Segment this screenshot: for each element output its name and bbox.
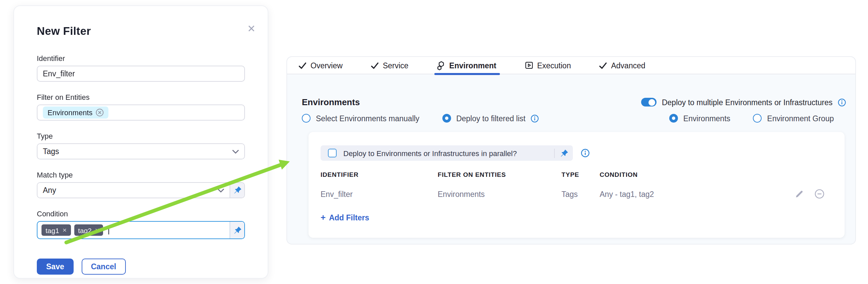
deploy-multiple-toggle[interactable] — [641, 98, 656, 107]
tab-label: Execution — [537, 61, 571, 69]
close-icon[interactable]: ✕ — [247, 24, 256, 33]
environments-heading: Environments — [302, 97, 360, 107]
radio-deploy-filtered-label: Deploy to filtered list — [456, 114, 525, 122]
info-icon[interactable] — [531, 114, 539, 122]
pin-icon[interactable] — [229, 183, 244, 198]
radio-select-manually-label: Select Environments manually — [316, 114, 419, 122]
add-filters-label: Add Filters — [329, 213, 369, 221]
tab-label: Environment — [450, 61, 497, 69]
type-select[interactable]: Tags — [37, 143, 245, 160]
chevron-down-icon — [232, 149, 239, 154]
match-type-label: Match type — [37, 171, 257, 179]
page: ✕ New Filter Identifier Env_filter Filte… — [0, 0, 868, 284]
new-filter-modal: ✕ New Filter Identifier Env_filter Filte… — [13, 5, 268, 279]
condition-tag-chip: tag1 × — [41, 224, 71, 236]
pin-icon[interactable] — [229, 222, 244, 238]
check-icon — [371, 61, 379, 69]
radio-environments-label: Environments — [683, 114, 731, 122]
tab-label: Advanced — [611, 61, 645, 69]
filters-table-header: IDENTIFIER FILTER ON ENTITIES TYPE CONDI… — [320, 171, 825, 178]
chevron-down-icon — [217, 188, 224, 193]
radio-environments[interactable] — [669, 114, 678, 122]
cell-identifier: Env_filter — [320, 190, 438, 198]
cell-condition: Any - tag1, tag2 — [600, 190, 795, 198]
plus-icon: + — [320, 212, 326, 222]
edit-icon[interactable] — [795, 190, 804, 198]
radio-environment-group-label: Environment Group — [767, 114, 834, 122]
deploy-multiple-label: Deploy to multiple Environments or Infra… — [662, 98, 833, 106]
radio-deploy-filtered[interactable] — [442, 114, 451, 122]
filter-on-entities-input[interactable]: Environments — [37, 105, 245, 120]
check-icon — [299, 61, 307, 69]
remove-entity-icon[interactable] — [96, 109, 104, 117]
condition-tag-label: tag1 — [45, 226, 59, 234]
cell-type: Tags — [561, 190, 600, 198]
parallel-checkbox[interactable] — [328, 149, 337, 158]
match-type-select[interactable]: Any — [37, 182, 245, 198]
stage-tabbar: Overview Service Environment Execution A… — [287, 57, 855, 74]
text-cursor — [108, 226, 109, 234]
radio-select-manually[interactable] — [302, 114, 311, 122]
tab-label: Overview — [311, 61, 343, 69]
col-identifier: IDENTIFIER — [320, 171, 438, 178]
col-type: TYPE — [561, 171, 600, 178]
type-label: Type — [37, 132, 257, 140]
col-filter-on-entities: FILTER ON ENTITIES — [438, 171, 561, 178]
table-row: Env_filter Environments Tags Any - tag1,… — [320, 189, 825, 199]
tab-environment[interactable]: Environment — [437, 57, 497, 74]
condition-label: Condition — [37, 210, 257, 218]
parallel-option-bar: Deploy to Environments or Infrastructure… — [320, 145, 573, 161]
tab-execution[interactable]: Execution — [524, 57, 571, 74]
tab-label: Service — [383, 61, 409, 69]
entity-chip-label: Environments — [48, 109, 93, 117]
type-value: Tags — [43, 147, 59, 155]
filter-on-entities-label: Filter on Entities — [37, 93, 257, 101]
environment-tab-content: Environments Deploy to multiple Environm… — [287, 74, 855, 238]
pin-icon[interactable] — [555, 149, 573, 157]
condition-tag-chip: tag2 × — [74, 224, 103, 236]
remove-row-icon[interactable] — [814, 189, 825, 199]
entity-chip: Environments — [43, 107, 109, 118]
save-button[interactable]: Save — [37, 259, 73, 275]
col-condition: CONDITION — [600, 171, 825, 178]
cell-filter-on-entities: Environments — [438, 190, 561, 198]
parallel-label: Deploy to Environments or Infrastructure… — [343, 149, 517, 157]
remove-tag-icon[interactable]: × — [63, 227, 67, 234]
identifier-label: Identifier — [37, 54, 257, 62]
radio-environment-group[interactable] — [753, 114, 762, 122]
match-type-value: Any — [43, 186, 56, 194]
environment-hexagons-icon — [437, 61, 445, 70]
info-icon[interactable] — [581, 149, 590, 158]
tab-overview[interactable]: Overview — [299, 57, 343, 74]
condition-tag-label: tag2 — [78, 226, 92, 234]
info-icon[interactable] — [838, 98, 846, 106]
cancel-button[interactable]: Cancel — [82, 259, 125, 275]
stage-config-panel: Overview Service Environment Execution A… — [286, 56, 856, 245]
execution-play-square-icon — [524, 61, 533, 70]
identifier-input[interactable]: Env_filter — [37, 66, 245, 82]
remove-tag-icon[interactable]: × — [95, 227, 99, 234]
tab-advanced[interactable]: Advanced — [599, 57, 645, 74]
tab-service[interactable]: Service — [371, 57, 409, 74]
modal-title: New Filter — [37, 25, 257, 37]
identifier-value: Env_filter — [43, 70, 75, 78]
add-filters-button[interactable]: + Add Filters — [320, 212, 369, 222]
condition-input[interactable]: tag1 × tag2 × — [37, 221, 245, 239]
check-icon — [599, 61, 607, 69]
filters-card: Deploy to Environments or Infrastructure… — [309, 132, 844, 238]
